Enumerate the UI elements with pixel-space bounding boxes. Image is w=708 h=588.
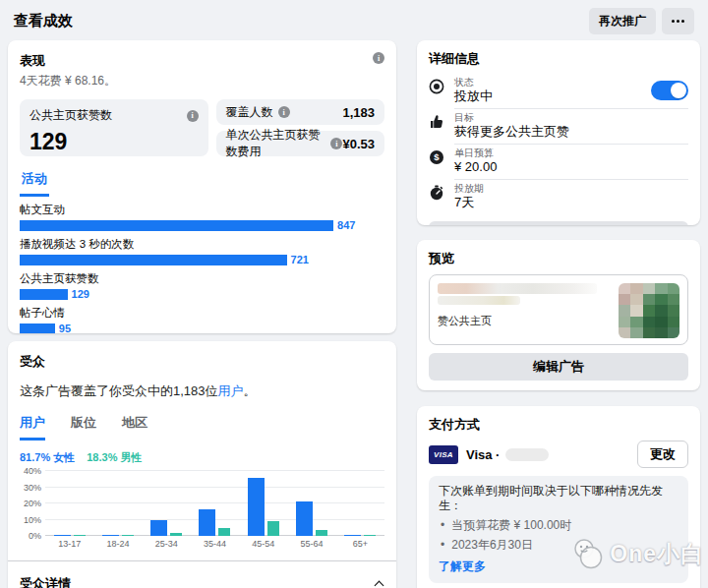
bar-value-label: 129 — [72, 288, 89, 300]
activity-bar-row: 公共主页获赞数129 — [20, 271, 384, 300]
detail-label: 状态 — [454, 77, 651, 88]
female-bar — [102, 535, 119, 537]
cost-label: 单次公共主页获赞数费用 — [226, 127, 326, 160]
tab-activity[interactable]: 活动 — [20, 170, 49, 197]
mosaic-cell — [668, 294, 679, 305]
mosaic-cell — [619, 294, 630, 305]
info-icon[interactable] — [373, 52, 384, 64]
info-icon[interactable] — [278, 106, 290, 118]
female-bar — [248, 478, 265, 536]
activity-bar-row: 帖子心情95 — [20, 306, 384, 333]
mosaic-cell — [655, 283, 667, 294]
learn-more-link[interactable]: 了解更多 — [439, 559, 678, 575]
bar-track: 129 — [20, 288, 384, 300]
bar-value-label: 847 — [337, 219, 355, 231]
edit-ad-label: 编辑广告 — [533, 358, 584, 376]
audience-chart-plot — [45, 471, 384, 536]
mosaic-cell — [630, 317, 642, 327]
tab-placements[interactable]: 版位 — [71, 414, 96, 441]
female-bar — [150, 520, 167, 536]
tab-locations[interactable]: 地区 — [122, 414, 148, 441]
male-bar — [316, 530, 327, 536]
activity-chart: 帖文互动847播放视频达 3 秒的次数721公共主页获赞数129帖子心情95 — [20, 203, 384, 333]
ad-preview[interactable]: 赞公共主页 — [429, 274, 688, 345]
x-tick-label: 35-44 — [191, 539, 239, 549]
payment-method-label: Visa · — [466, 447, 500, 462]
audience-chart-groups — [45, 471, 384, 536]
mosaic-cell — [619, 283, 630, 294]
details-expand-button[interactable]: 展开 — [429, 221, 688, 225]
bar-track: 847 — [20, 219, 384, 231]
ellipsis-icon — [672, 16, 684, 28]
users-link[interactable]: 用户 — [218, 383, 244, 398]
mosaic-cell — [619, 327, 630, 338]
dollar-icon: $ — [429, 145, 454, 169]
tab-users[interactable]: 用户 — [20, 414, 45, 441]
bar-value-label: 95 — [59, 323, 71, 333]
x-tick-label: 65+ — [336, 539, 384, 549]
bar — [20, 289, 68, 300]
more-options-button[interactable] — [662, 8, 694, 34]
y-tick-label: 10% — [24, 515, 41, 525]
info-icon[interactable] — [187, 110, 199, 122]
mosaic-cell — [630, 283, 642, 294]
age-group — [45, 471, 93, 536]
audience-title: 受众 — [20, 353, 384, 371]
page-title: 查看成效 — [14, 12, 73, 30]
mosaic-cell — [643, 305, 655, 316]
payment-card: 支付方式 VISA Visa · 更改 下次账单到期时间取决于以下哪种情况先发生… — [417, 406, 700, 588]
cost-per-like-metric: 单次公共主页获赞数费用 ¥0.53 — [216, 131, 385, 156]
female-bar — [54, 535, 71, 537]
bar-category-label: 帖文互动 — [20, 203, 384, 217]
audience-details-label: 受众详情 — [20, 575, 71, 588]
legend-female: 81.7% 女性 — [20, 450, 75, 465]
svg-text:$: $ — [434, 151, 440, 162]
change-payment-button[interactable]: 更改 — [637, 441, 688, 468]
x-tick-label: 55-64 — [287, 539, 335, 549]
mosaic-cell — [619, 317, 630, 327]
preview-caption: 赞公共主页 — [438, 314, 611, 328]
male-bar — [122, 535, 134, 537]
detail-value: ¥ 20.00 — [454, 159, 688, 175]
blurred-card-number — [505, 448, 549, 461]
detail-value: 投放中 — [454, 88, 651, 104]
payment-title: 支付方式 — [429, 416, 688, 434]
bar-track: 721 — [20, 254, 384, 265]
reach-metric: 覆盖人数 1,183 — [216, 99, 385, 125]
bar-track: 95 — [20, 323, 384, 333]
mosaic-cell — [643, 294, 655, 305]
detail-row-goal: 目标 获得更多公共主页赞 — [429, 109, 688, 145]
detail-value: 获得更多公共主页赞 — [454, 124, 688, 140]
detail-label: 投放期 — [454, 183, 688, 195]
mosaic-cell — [668, 305, 679, 316]
y-tick-label: 0% — [29, 531, 41, 541]
reach-value: 1,183 — [342, 105, 375, 120]
age-group — [143, 471, 191, 536]
audience-details-expander[interactable]: 受众详情 — [20, 561, 384, 588]
mosaic-cell — [630, 305, 642, 316]
page-likes-value: 129 — [30, 129, 199, 155]
bar-category-label: 播放视频达 3 秒的次数 — [20, 237, 384, 252]
page-likes-metric: 公共主页获赞数 129 — [20, 99, 208, 156]
promote-again-button[interactable]: 再次推广 — [589, 8, 656, 34]
reach-label: 覆盖人数 — [226, 104, 273, 121]
male-bar — [170, 533, 182, 536]
y-tick-label: 20% — [24, 499, 41, 508]
mosaic-cell — [630, 294, 642, 305]
mosaic-cell — [630, 327, 642, 338]
female-bar — [199, 509, 215, 536]
preview-thumbnail — [619, 283, 679, 338]
x-tick-label: 45-54 — [239, 539, 287, 549]
bar — [20, 323, 55, 334]
y-tick-label: 40% — [24, 466, 41, 476]
details-card: 详细信息 状态 投放中 — [417, 40, 700, 225]
page-header: 查看成效 再次推广 — [0, 0, 708, 40]
mosaic-cell — [668, 283, 679, 294]
info-icon[interactable] — [330, 138, 342, 149]
edit-ad-button[interactable]: 编辑广告 — [429, 353, 688, 381]
thumb-up-icon — [429, 109, 454, 134]
gender-legend: 81.7% 女性 18.3% 男性 — [20, 450, 384, 465]
status-toggle[interactable] — [651, 81, 688, 100]
preview-title: 预览 — [429, 250, 688, 267]
male-bar — [74, 535, 86, 537]
